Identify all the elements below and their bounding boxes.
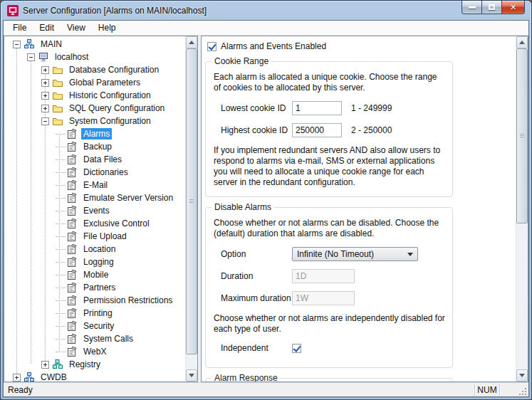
- collapse-minus-icon[interactable]: [27, 53, 35, 61]
- settings-page-icon: [66, 295, 78, 306]
- tree-item-label: Location: [81, 243, 118, 255]
- expand-plus-icon[interactable]: [41, 79, 49, 87]
- scroll-up-button[interactable]: [516, 36, 528, 48]
- menu-edit[interactable]: Edit: [33, 21, 61, 34]
- menu-file[interactable]: File: [6, 21, 33, 34]
- settings-page-icon: [66, 218, 78, 229]
- group-title: Cookie Range: [212, 56, 271, 66]
- tree-item-alarms[interactable]: Alarms: [4, 127, 185, 140]
- max-duration-row: Maximum duration: [221, 291, 445, 305]
- lowest-cookie-hint: 1 - 249999: [351, 103, 392, 113]
- scroll-up-button[interactable]: [186, 36, 197, 48]
- minimize-button[interactable]: [461, 1, 482, 14]
- menu-help[interactable]: Help: [92, 21, 122, 34]
- collapse-minus-icon[interactable]: [41, 117, 49, 125]
- tree-item-permission-restrictions[interactable]: Permission Restrictions: [4, 294, 185, 307]
- close-icon: ✕: [510, 4, 516, 11]
- tree-connector: [56, 134, 66, 135]
- tree-connector: [56, 185, 66, 186]
- minimize-icon: [469, 6, 476, 9]
- settings-page-icon: [66, 179, 78, 191]
- tree-item-file-upload[interactable]: File Upload: [4, 230, 185, 243]
- tree-connector: [56, 236, 66, 237]
- tree-connector: [56, 223, 66, 224]
- tree-item-dictionaries[interactable]: Dictionaries: [4, 166, 185, 179]
- num-lock-indicator: NUM: [475, 385, 499, 395]
- expand-plus-icon[interactable]: [13, 374, 21, 381]
- settings-page-icon: [66, 320, 78, 332]
- maximize-button[interactable]: [482, 1, 501, 14]
- tree-item-location[interactable]: Location: [4, 243, 185, 256]
- tree-item-sql-query-configuration[interactable]: SQL Query Configuration: [4, 102, 185, 115]
- alarms-enabled-label: Alarms and Events Enabled: [221, 41, 326, 51]
- tree-item-label: SQL Query Configuration: [67, 102, 167, 114]
- scrollbar-thumb[interactable]: [186, 48, 197, 354]
- window-title: Server Configuration [Alarms on MAIN/loc…: [23, 6, 207, 16]
- collapse-minus-icon[interactable]: [13, 41, 21, 48]
- tree-connector: [56, 198, 66, 199]
- scroll-down-button[interactable]: [186, 369, 197, 381]
- scroll-down-button[interactable]: [516, 369, 528, 381]
- tree-item-label: Exclusive Control: [81, 218, 152, 229]
- independent-note: Choose whether or not alarms are indepen…: [214, 313, 445, 335]
- expand-plus-icon[interactable]: [41, 66, 49, 74]
- tree-item-emulate-server-version[interactable]: Emulate Server Version: [4, 191, 185, 204]
- menu-view[interactable]: View: [61, 21, 92, 34]
- tree-connector: [56, 159, 66, 160]
- registry-icon: [52, 359, 63, 370]
- expand-plus-icon[interactable]: [41, 105, 49, 112]
- tree-item-mobile[interactable]: Mobile: [4, 268, 185, 281]
- tree-item-system-calls[interactable]: System Calls: [4, 332, 185, 345]
- alarms-enabled-checkbox[interactable]: [207, 42, 217, 51]
- tree-connector: [59, 134, 60, 352]
- tree-item-system-configuration[interactable]: System Configuration: [4, 115, 185, 127]
- status-bar: Ready NUM: [4, 382, 528, 396]
- tree-item-cwdb[interactable]: CWDB: [4, 371, 185, 381]
- tree-item-data-files[interactable]: Data Files: [4, 153, 185, 166]
- tree-item-webx[interactable]: WebX: [4, 345, 185, 358]
- tree-connector: [56, 275, 66, 275]
- tree-item-e-mail[interactable]: E-Mail: [4, 179, 185, 191]
- option-row: Option Infinite (No Timeout): [221, 247, 445, 261]
- resize-grip[interactable]: [518, 387, 527, 396]
- tree-item-backup[interactable]: Backup: [4, 140, 185, 153]
- tree-connector: [56, 249, 66, 250]
- lowest-cookie-input[interactable]: [292, 101, 342, 115]
- folder-icon: [52, 102, 63, 114]
- expand-plus-icon[interactable]: [41, 361, 49, 369]
- tree-item-registry[interactable]: Registry: [4, 358, 185, 371]
- highest-cookie-input[interactable]: [292, 123, 342, 137]
- tree-item-label: Global Parameters: [67, 77, 142, 88]
- titlebar[interactable]: Server Configuration [Alarms on MAIN/loc…: [1, 1, 531, 20]
- disable-option-select[interactable]: Infinite (No Timeout): [292, 247, 418, 261]
- tree-item-label: Printing: [81, 307, 115, 319]
- tree-item-partners[interactable]: Partners: [4, 281, 185, 294]
- tree-item-events[interactable]: Events: [4, 204, 185, 217]
- independent-checkbox[interactable]: [292, 344, 301, 353]
- expand-plus-icon[interactable]: [41, 92, 49, 100]
- tree-vertical-scrollbar[interactable]: [185, 36, 197, 381]
- tree-item-exclusive-control[interactable]: Exclusive Control: [4, 217, 185, 230]
- tree-item-historic-configuration[interactable]: Historic Configuration: [4, 89, 185, 102]
- cookie-range-note: If you implement redundant servers AND a…: [214, 145, 445, 188]
- scrollbar-thumb[interactable]: [516, 48, 528, 223]
- alarms-and-events-enabled-row[interactable]: Alarms and Events Enabled: [207, 41, 516, 51]
- lowest-cookie-label: Lowest cookie ID: [221, 103, 292, 113]
- tree-item-logging[interactable]: Logging: [4, 256, 185, 268]
- settings-vertical-scrollbar[interactable]: [516, 36, 528, 381]
- tree-item-printing[interactable]: Printing: [4, 307, 185, 320]
- tree-item-security[interactable]: Security: [4, 320, 185, 332]
- close-button[interactable]: ✕: [501, 1, 525, 14]
- tree-item-localhost[interactable]: localhost: [4, 51, 185, 63]
- chevron-down-icon: [407, 253, 413, 256]
- config-tree-pane: MAINlocalhostDatabase ConfigurationGloba…: [4, 36, 198, 382]
- alarm-response-group: Alarm Response Choose whether or not ope…: [205, 378, 453, 381]
- maximize-icon: [489, 4, 495, 10]
- tree-item-main[interactable]: MAIN: [4, 38, 185, 51]
- settings-pane: Alarms and Events Enabled Cookie Range E…: [201, 36, 528, 382]
- tree-connector: [56, 262, 66, 263]
- tree-item-database-configuration[interactable]: Database Configuration: [4, 63, 185, 76]
- tree-item-global-parameters[interactable]: Global Parameters: [4, 76, 185, 89]
- tree-item-label: Data Files: [81, 154, 124, 165]
- tree-item-label: Partners: [81, 282, 118, 293]
